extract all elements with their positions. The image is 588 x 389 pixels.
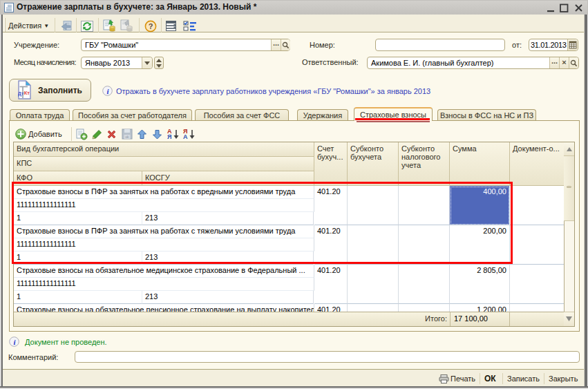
svg-text:ok: ok <box>126 135 130 139</box>
svg-text:Дт: Дт <box>18 91 24 97</box>
svg-text:Кт: Кт <box>24 90 30 96</box>
svg-text:?: ? <box>149 22 153 30</box>
